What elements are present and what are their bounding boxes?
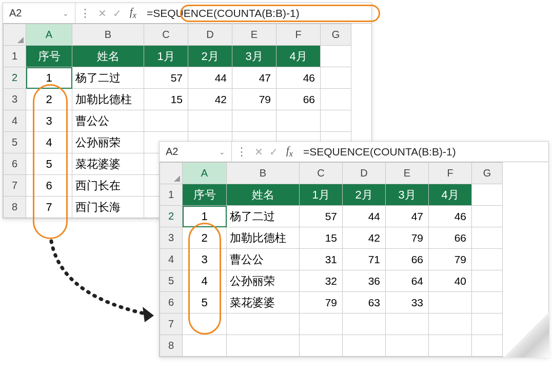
row-header-3[interactable]: 3 (160, 227, 183, 249)
cell[interactable] (321, 110, 351, 132)
cell[interactable]: 公孙丽荣 (227, 270, 300, 292)
cell[interactable]: 5 (26, 153, 72, 175)
cell[interactable] (472, 270, 503, 292)
chevron-down-icon[interactable]: ⌄ (219, 148, 225, 156)
cell[interactable]: 44 (188, 67, 232, 89)
cell[interactable] (321, 67, 351, 89)
cell[interactable]: 菜花婆婆 (72, 153, 144, 175)
cell[interactable] (321, 46, 351, 67)
row-header-5[interactable]: 5 (4, 132, 26, 153)
cell[interactable]: 79 (232, 89, 276, 110)
row-header-1[interactable]: 1 (4, 46, 26, 67)
cell[interactable]: 47 (386, 206, 429, 227)
col-header-E[interactable]: E (232, 24, 276, 46)
col-header-B[interactable]: B (227, 163, 300, 184)
row-header-7[interactable]: 7 (160, 313, 183, 335)
table-header[interactable]: 姓名 (72, 46, 144, 67)
cell[interactable] (343, 313, 386, 335)
cell[interactable] (343, 335, 386, 357)
row-header-5[interactable]: 5 (160, 270, 183, 292)
cell[interactable] (429, 335, 472, 357)
cancel-icon[interactable]: ✕ (251, 146, 266, 158)
table-header[interactable]: 姓名 (227, 184, 300, 206)
cell[interactable]: 加勒比德柱 (227, 227, 300, 249)
select-all-corner[interactable] (160, 163, 183, 184)
cell-A2[interactable]: 1 (26, 67, 72, 89)
select-all-corner[interactable] (4, 24, 26, 46)
table-header[interactable]: 3月 (386, 184, 429, 206)
cell[interactable] (227, 335, 300, 357)
cell[interactable]: 46 (276, 67, 321, 89)
table-header[interactable]: 3月 (232, 46, 276, 67)
col-header-D[interactable]: D (188, 24, 232, 46)
col-header-C[interactable]: C (144, 24, 188, 46)
cell[interactable]: 32 (300, 270, 343, 292)
cell[interactable]: 33 (386, 292, 429, 313)
table-header[interactable]: 4月 (429, 184, 472, 206)
cell[interactable] (472, 184, 503, 206)
table-header[interactable]: 2月 (343, 184, 386, 206)
col-header-G[interactable]: G (472, 163, 503, 184)
row-header-1[interactable]: 1 (160, 184, 183, 206)
fx-icon[interactable]: fx (281, 145, 298, 159)
cell[interactable]: 66 (429, 227, 472, 249)
row-header-2[interactable]: 2 (160, 206, 183, 227)
more-icon[interactable]: ⋮ (75, 7, 95, 20)
cell[interactable]: 46 (429, 206, 472, 227)
cell[interactable]: 菜花婆婆 (227, 292, 300, 313)
cell[interactable]: 西门长在 (72, 175, 144, 197)
cell[interactable] (472, 206, 503, 227)
cell[interactable] (472, 292, 503, 313)
name-box[interactable]: A2 ⌄ (160, 142, 231, 162)
cell[interactable]: 2 (26, 89, 72, 110)
col-header-F[interactable]: F (429, 163, 472, 184)
cell[interactable]: 47 (232, 67, 276, 89)
row-header-3[interactable]: 3 (4, 89, 26, 110)
spreadsheet-grid[interactable]: A B C D E F G 1 序号 姓名 1月 2月 3月 4月 2 1 杨了… (160, 162, 503, 357)
cell[interactable]: 4 (183, 270, 227, 292)
formula-input[interactable]: =SEQUENCE(COUNTA(B:B)-1) (298, 146, 548, 158)
cell[interactable]: 加勒比德柱 (72, 89, 144, 110)
row-header-6[interactable]: 6 (160, 292, 183, 313)
cell[interactable]: 杨了二过 (72, 67, 144, 89)
table-header[interactable]: 4月 (276, 46, 321, 67)
cell[interactable] (321, 89, 351, 110)
enter-icon[interactable]: ✓ (110, 7, 125, 19)
cell[interactable] (300, 335, 343, 357)
cell[interactable] (472, 313, 503, 335)
cell[interactable] (300, 313, 343, 335)
col-header-G[interactable]: G (321, 24, 351, 46)
cell[interactable]: 4 (26, 132, 72, 153)
cell[interactable]: 曹公公 (72, 110, 144, 132)
cell[interactable] (472, 227, 503, 249)
cell[interactable]: 71 (343, 249, 386, 270)
cell[interactable] (386, 335, 429, 357)
cell[interactable]: 6 (26, 175, 72, 197)
cell[interactable]: 42 (343, 227, 386, 249)
cell[interactable]: 2 (183, 227, 227, 249)
col-header-B[interactable]: B (72, 24, 144, 46)
table-header[interactable]: 序号 (26, 46, 72, 67)
cell-A2[interactable]: 1 (183, 206, 227, 227)
cell[interactable]: 曹公公 (227, 249, 300, 270)
cell[interactable]: 3 (26, 110, 72, 132)
table-header[interactable]: 2月 (188, 46, 232, 67)
table-header[interactable]: 序号 (183, 184, 227, 206)
cell[interactable] (232, 110, 276, 132)
cell[interactable]: 57 (300, 206, 343, 227)
chevron-down-icon[interactable]: ⌄ (63, 9, 69, 17)
cell[interactable] (188, 110, 232, 132)
row-header-8[interactable]: 8 (4, 197, 26, 218)
row-header-7[interactable]: 7 (4, 175, 26, 197)
more-icon[interactable]: ⋮ (232, 145, 251, 159)
cell[interactable] (144, 110, 188, 132)
col-header-F[interactable]: F (276, 24, 321, 46)
cell[interactable]: 44 (343, 206, 386, 227)
col-header-E[interactable]: E (386, 163, 429, 184)
cell[interactable]: 66 (276, 89, 321, 110)
cell[interactable]: 15 (144, 89, 188, 110)
col-header-A[interactable]: A (26, 24, 72, 46)
cell[interactable]: 79 (429, 249, 472, 270)
cell[interactable]: 公孙丽荣 (72, 132, 144, 153)
table-header[interactable]: 1月 (144, 46, 188, 67)
